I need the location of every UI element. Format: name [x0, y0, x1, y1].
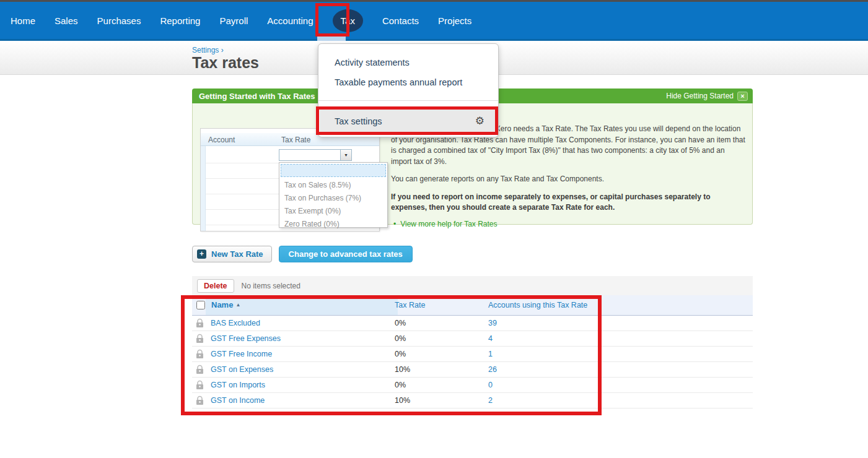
accounts-count-link[interactable]: 4 — [488, 331, 493, 347]
table-row: GST on Expenses 10% 26 — [192, 362, 753, 378]
example-option: Tax on Sales (8.5%) — [279, 179, 387, 191]
lock-icon — [196, 349, 204, 361]
nav-item-sales[interactable]: Sales — [55, 15, 78, 26]
hide-getting-started-link[interactable]: Hide Getting Started — [666, 92, 734, 100]
tax-rate-value: 0% — [395, 331, 406, 347]
lock-icon — [196, 334, 204, 346]
tax-rates-table-body: BAS Excluded 0% 39 GST Free Expenses 0% … — [192, 316, 753, 408]
table-row: GST Free Income 0% 1 — [192, 347, 753, 362]
accounts-count-link[interactable]: 26 — [488, 362, 497, 378]
select-all-checkbox[interactable] — [196, 301, 205, 309]
table-row: GST Free Expenses 0% 4 — [192, 331, 753, 347]
view-more-help-link[interactable]: View more help for Tax Rates — [400, 220, 497, 228]
example-option: Tax on Purchases (7%) — [279, 192, 387, 204]
column-header-tax-rate[interactable]: Tax Rate — [395, 301, 425, 309]
tax-menu-anchor-notch — [317, 36, 346, 41]
menu-item-tax-settings[interactable]: Tax settings ⚙ — [320, 107, 497, 135]
lock-icon — [196, 395, 204, 408]
breadcrumb[interactable]: Settings › — [192, 46, 224, 54]
example-selected-blank-option — [281, 164, 386, 177]
main-nav-items: Home Sales Purchases Reporting Payroll A… — [0, 2, 868, 39]
reports-paragraph: You can generate reports on any Tax Rate… — [391, 174, 746, 185]
change-to-advanced-tax-rates-button[interactable]: Change to advanced tax rates — [279, 246, 413, 262]
page-title: Tax rates — [192, 54, 259, 72]
new-tax-rate-button[interactable]: + New Tax Rate — [192, 246, 272, 262]
tax-rate-example-image: Account Tax Rate ▼ Tax on Sales (8.5%) T… — [200, 128, 380, 231]
column-header-name[interactable]: Name▲ — [211, 300, 240, 309]
tax-rate-name-link[interactable]: GST Free Expenses — [211, 331, 281, 347]
menu-separator — [318, 100, 498, 101]
menu-item-taxable-payments-report[interactable]: Taxable payments annual report — [318, 72, 498, 92]
table-row: GST on Income 10% 2 — [192, 393, 753, 408]
nav-item-home[interactable]: Home — [11, 15, 35, 26]
tax-rate-value: 10% — [395, 362, 410, 378]
example-taxrate-column: Tax Rate — [281, 136, 310, 144]
menu-item-activity-statements[interactable]: Activity statements — [318, 53, 498, 72]
column-header-accounts[interactable]: Accounts using this Tax Rate — [488, 301, 587, 309]
selection-status-text: No items selected — [242, 282, 300, 290]
accounts-count-link[interactable]: 1 — [488, 347, 493, 362]
example-option: Zero Rated (0%) — [279, 218, 387, 230]
delete-button[interactable]: Delete — [197, 279, 234, 293]
name-header-label: Name — [211, 300, 233, 309]
nav-item-tax[interactable]: Tax — [333, 9, 363, 32]
tax-rate-value: 0% — [395, 347, 406, 362]
getting-started-title: Getting Started with Tax Rates — [199, 92, 315, 101]
example-left-column — [201, 146, 206, 231]
xero-tax-rates-page: Home Sales Purchases Reporting Payroll A… — [0, 0, 868, 458]
plus-icon: + — [197, 249, 206, 259]
accounts-count-link[interactable]: 0 — [488, 378, 493, 393]
nav-item-payroll[interactable]: Payroll — [219, 15, 248, 26]
bullet-icon: • — [393, 220, 396, 228]
tax-rates-table-header: Name▲ Tax Rate Accounts using this Tax R… — [192, 295, 753, 316]
nav-item-projects[interactable]: Projects — [438, 15, 471, 26]
tax-menu-items: Activity statements Taxable payments ann… — [318, 44, 498, 92]
tax-settings-label: Tax settings — [335, 116, 382, 126]
tax-rate-name-link[interactable]: GST on Expenses — [211, 362, 273, 378]
tax-rate-value: 0% — [395, 378, 406, 393]
table-row: BAS Excluded 0% 39 — [192, 316, 753, 331]
nav-item-reporting[interactable]: Reporting — [160, 15, 200, 26]
lock-icon — [196, 318, 204, 331]
sort-ascending-icon: ▲ — [235, 302, 240, 308]
advanced-label: Change to advanced tax rates — [289, 249, 403, 259]
lock-icon — [196, 365, 204, 377]
dropdown-arrow-icon: ▼ — [341, 149, 352, 161]
tax-rate-name-link[interactable]: GST on Imports — [211, 378, 265, 393]
table-toolbar: Delete No items selected — [192, 276, 753, 295]
nav-item-accounting[interactable]: Accounting — [267, 15, 313, 26]
tax-dropdown-menu: Activity statements Taxable payments ann… — [318, 43, 499, 137]
lock-icon — [196, 380, 204, 392]
close-icon[interactable]: × — [737, 92, 748, 101]
example-option: Tax Exempt (0%) — [279, 205, 387, 217]
tax-rate-name-link[interactable]: BAS Excluded — [211, 316, 260, 331]
gear-icon: ⚙ — [475, 114, 484, 127]
accounts-count-link[interactable]: 2 — [488, 393, 493, 408]
help-bullet-row: • View more help for Tax Rates — [391, 220, 746, 228]
nav-item-contacts[interactable]: Contacts — [382, 15, 419, 26]
table-row: GST on Imports 0% 0 — [192, 378, 753, 393]
tax-rate-name-link[interactable]: GST on Income — [211, 393, 265, 408]
main-nav: Home Sales Purchases Reporting Payroll A… — [0, 2, 868, 41]
example-select-field — [279, 149, 341, 161]
new-tax-rate-label: New Tax Rate — [211, 249, 263, 259]
example-account-column: Account — [208, 136, 235, 144]
getting-started-text: Each transaction you enter into Xero nee… — [391, 124, 746, 228]
nav-item-purchases[interactable]: Purchases — [97, 15, 141, 26]
tax-rate-value: 0% — [395, 316, 406, 331]
action-buttons: + New Tax Rate Change to advanced tax ra… — [192, 246, 413, 262]
example-dropdown-list: Tax on Sales (8.5%) Tax on Purchases (7%… — [279, 162, 388, 228]
tax-rate-name-link[interactable]: GST Free Income — [211, 347, 272, 362]
accounts-count-link[interactable]: 39 — [488, 316, 497, 331]
advice-paragraph: If you need to report on income separate… — [391, 192, 746, 214]
tax-rate-value: 10% — [395, 393, 410, 408]
